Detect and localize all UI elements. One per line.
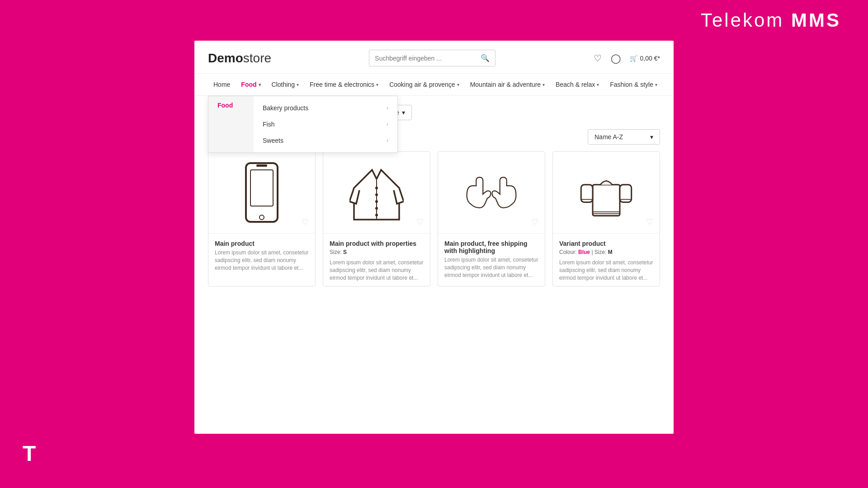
product-2-name: Main product with properties [330,240,424,247]
product-3-desc: Lorem ipsum dolor sit amet, consetetur s… [444,256,538,279]
dropdown-item-bakery[interactable]: Bakery products › [254,100,397,116]
fish-chevron-icon: › [387,121,388,127]
free-time-chevron-icon: ▾ [376,82,378,87]
cart-icon: 🛒 [630,55,637,62]
product-1-name: Main product [215,240,309,247]
product-1-wishlist-icon[interactable]: ♡ [302,217,309,227]
product-3-wishlist-icon[interactable]: ♡ [531,217,538,227]
product-card-2: ♡ Main product with properties Size: S L… [323,151,430,286]
product-card-3: ♡ Main product, free shipping with highl… [438,151,545,286]
store-container: Demostore 🔍 ♡ ◯ 🛒 0,00 €* Home Food ▾ Cl… [194,41,674,434]
svg-rect-2 [256,164,267,167]
mittens-icon [464,161,519,224]
product-4-info: Variant product Colour: Blue | Size: M L… [553,233,660,286]
price-chevron-icon: ▾ [402,109,405,116]
store-logo: Demostore [208,51,271,66]
product-4-meta: Colour: Blue | Size: M [559,249,653,255]
svg-rect-10 [593,185,620,216]
sort-chevron-icon: ▾ [650,133,653,141]
phone-icon [235,161,289,224]
product-4-desc: Lorem ipsum dolor sit amet, consetetur s… [559,259,653,282]
nav-item-mountain[interactable]: Mountain air & adventure ▾ [465,74,550,95]
product-2-info: Main product with properties Size: S Lor… [323,233,430,286]
nav-item-fashion[interactable]: Fashion & style ▾ [604,74,663,95]
telekom-logo: Telekom MMS [701,9,841,31]
nav-item-free-time[interactable]: Free time & electronics ▾ [304,74,384,95]
nav-bar: Home Food ▾ Clothing ▾ Free time & elect… [194,74,674,96]
svg-point-8 [375,207,378,210]
bakery-chevron-icon: › [387,105,388,111]
product-grid: ♡ Main product Lorem ipsum dolor sit ame… [194,151,674,300]
clothing-chevron-icon: ▾ [297,82,299,87]
store-header: Demostore 🔍 ♡ ◯ 🛒 0,00 €* [194,41,674,74]
dropdown-category-label: Food [208,96,254,152]
nav-item-beach[interactable]: Beach & relax ▾ [550,74,604,95]
svg-point-5 [375,187,378,189]
product-4-name: Variant product [559,240,653,247]
product-image-4: ♡ [553,152,660,233]
main-navigation: Home Food ▾ Clothing ▾ Free time & elect… [194,74,674,96]
user-icon[interactable]: ◯ [611,53,621,64]
svg-point-7 [375,200,378,203]
sweets-chevron-icon: › [387,137,388,144]
product-2-wishlist-icon[interactable]: ♡ [416,217,424,227]
nav-item-cooking[interactable]: Cooking air & provençe ▾ [384,74,465,95]
jacket-icon [349,161,404,224]
wishlist-icon[interactable]: ♡ [594,53,602,64]
nav-item-food[interactable]: Food ▾ [236,74,266,95]
mountain-chevron-icon: ▾ [542,82,545,87]
dropdown-items: Bakery products › Fish › Sweets › [254,96,397,152]
nav-item-clothing[interactable]: Clothing ▾ [266,74,304,95]
search-button[interactable]: 🔍 [475,50,495,66]
cooking-chevron-icon: ▾ [457,82,459,87]
nav-item-home[interactable]: Home [208,74,236,95]
dropdown-item-sweets[interactable]: Sweets › [254,132,397,149]
svg-point-9 [375,214,378,216]
sort-select[interactable]: Name A-Z ▾ [588,129,660,145]
food-chevron-icon: ▾ [259,82,261,87]
sort-label: Name A-Z [594,133,623,141]
product-1-info: Main product Lorem ipsum dolor sit amet,… [208,233,315,276]
product-1-desc: Lorem ipsum dolor sit amet, consetetur s… [215,249,309,272]
svg-point-6 [375,193,378,196]
product-card-4: ♡ Variant product Colour: Blue | Size: M… [552,151,660,286]
product-4-wishlist-icon[interactable]: ♡ [646,217,653,227]
sweater-icon [579,161,633,224]
cart-button[interactable]: 🛒 0,00 €* [630,55,660,62]
search-bar: 🔍 [369,50,495,66]
product-3-name: Main product, free shipping with highlig… [444,240,538,254]
search-input[interactable] [369,51,475,66]
header-icons: ♡ ◯ 🛒 0,00 €* [594,53,660,64]
fashion-chevron-icon: ▾ [655,82,657,87]
top-bar: Telekom MMS [0,0,868,41]
product-image-1: ♡ [208,152,315,233]
svg-point-3 [259,215,264,220]
telekom-t-logo: T [23,443,50,470]
food-dropdown: Food Bakery products › Fish › Sweets › [208,96,398,153]
product-3-info: Main product, free shipping with highlig… [438,233,545,283]
cart-amount: 0,00 €* [640,55,660,62]
product-card-1: ♡ Main product Lorem ipsum dolor sit ame… [208,151,316,286]
product-image-3: ♡ [438,152,545,233]
dropdown-item-fish[interactable]: Fish › [254,116,397,132]
svg-rect-1 [250,170,273,206]
product-2-meta: Size: S [330,249,424,255]
product-2-desc: Lorem ipsum dolor sit amet, consetetur s… [330,259,424,282]
beach-chevron-icon: ▾ [597,82,599,87]
product-image-2: ♡ [323,152,430,233]
